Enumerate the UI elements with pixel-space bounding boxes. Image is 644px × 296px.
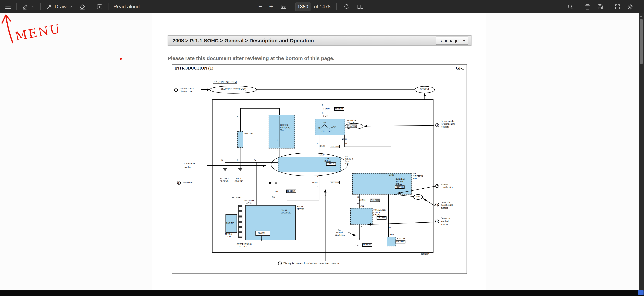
draw-label: Draw <box>54 4 66 10</box>
search-button[interactable] <box>564 0 576 13</box>
diagram-label: LEVER <box>246 202 252 204</box>
chevron-down-icon <box>68 5 73 9</box>
diagram-label: Ground <box>336 231 342 234</box>
callout-number-badge: 7 <box>435 184 439 188</box>
diagram-label: R <box>322 112 323 114</box>
diagram-label: W <box>389 227 391 229</box>
diagram-label: BATTERY <box>244 132 254 135</box>
diagram-label: B <box>237 116 238 118</box>
photo-ref-tag: PHOTO03 <box>395 185 404 189</box>
rotate-button[interactable] <box>340 0 352 13</box>
add-text-button[interactable] <box>93 0 106 13</box>
photo-ref-tag: PHOTO01 <box>347 125 357 128</box>
read-aloud-label: Read aloud <box>113 4 140 10</box>
diagram-label: OVERRUNNING <box>236 243 252 245</box>
highlighter-icon <box>22 3 29 10</box>
diagram-label: GROUND <box>220 180 228 182</box>
save-icon <box>597 3 604 10</box>
printer-icon <box>584 3 591 10</box>
diagram-label: CLUTCH <box>239 245 247 248</box>
caret-down-icon: ▼ <box>463 39 466 42</box>
photo-ref-tag: PHOTO04 <box>376 216 386 220</box>
fit-width-icon <box>280 3 287 10</box>
fullscreen-button[interactable] <box>611 0 624 13</box>
diagram-label: FLYWHEEL <box>232 197 243 199</box>
diagram-label: RELAY <box>324 160 331 162</box>
settings-button[interactable] <box>624 0 636 13</box>
diagram-label: locations <box>441 125 450 128</box>
pdf-content-area[interactable]: 2008 > G 1.1 SOHC > General > Descriptio… <box>0 13 638 290</box>
table-of-contents-button[interactable] <box>2 0 14 13</box>
save-button[interactable] <box>594 0 606 13</box>
scrollbar-bottom-marker[interactable] <box>638 290 644 295</box>
zoom-out-button[interactable]: − <box>256 0 265 13</box>
diagram-label: BURGLAR <box>396 178 405 180</box>
search-icon <box>567 3 574 10</box>
diagram-label: START <box>297 206 303 208</box>
callout-number-badge: 5 <box>435 219 439 223</box>
vertical-scrollbar[interactable] <box>638 13 644 296</box>
toolbar-divider <box>16 3 17 10</box>
diagram-label: START <box>324 157 331 160</box>
diagram-label: number <box>441 223 448 225</box>
diagram-label: G <box>346 142 347 144</box>
toolbar-divider <box>578 3 579 10</box>
diagram-label: Connector <box>441 217 451 220</box>
diagram-label: B <box>237 159 238 161</box>
draw-tool-button[interactable]: Draw <box>43 0 76 13</box>
rotate-icon <box>343 3 350 10</box>
diagram-label: 30A <box>280 129 284 131</box>
eraser-icon <box>79 3 86 10</box>
diagram-label: See <box>338 229 341 231</box>
page-count-label: of 1478 <box>314 4 330 10</box>
pdf-toolbar: Draw Read aloud − + <box>0 0 644 13</box>
eraser-button[interactable] <box>76 0 89 13</box>
callout-number-badge: 3 <box>278 261 282 265</box>
diagram-label: System code <box>180 90 192 93</box>
minus-icon: − <box>258 3 262 10</box>
diagram-label: Harness <box>441 183 448 186</box>
toolbar-divider <box>40 3 40 10</box>
diagram-label: START <box>281 209 287 211</box>
diagram-label: 4 M11 <box>342 138 347 140</box>
photo-ref-tag: PHOTO05 <box>362 243 372 247</box>
read-aloud-button[interactable]: Read aloud <box>110 0 142 13</box>
diagram-label: FUSE <box>345 160 350 163</box>
diagram-label: Gr <box>357 196 360 198</box>
diagram-label: E2R0260A <box>421 253 429 255</box>
print-button[interactable] <box>581 0 594 13</box>
scrollbar-thumb[interactable] <box>640 19 643 64</box>
diagram-label: RELAY & <box>345 158 353 160</box>
diagram-label: ST <box>318 127 320 129</box>
diagram-label: Connector <box>441 201 451 203</box>
fit-to-width-button[interactable] <box>277 0 290 13</box>
diagram-label: B/Y <box>272 196 275 198</box>
page-number-input[interactable] <box>295 2 310 11</box>
diagram-label: TRANSAXLE <box>373 209 386 211</box>
scrollbar-up-arrow[interactable] <box>640 15 642 17</box>
diagram-label: Distribution <box>335 234 345 236</box>
diagram-label: 1 EM03 <box>323 108 330 110</box>
toolbar-divider <box>91 3 91 10</box>
diagram-label: E/P <box>413 173 416 175</box>
diagram-label: E-TACM <box>397 238 405 240</box>
diagram-label: B <box>221 159 223 161</box>
diagram-label: LOCK <box>330 126 336 128</box>
diagram-label: JUNCTION <box>413 175 423 177</box>
toolbar-left-group: Draw Read aloud <box>0 0 142 13</box>
photo-ref-tag: PHOTO02 <box>326 162 336 166</box>
diagram-label: 6 M70-1 <box>388 234 395 236</box>
callout-number-badge: 8 <box>435 203 439 206</box>
zoom-in-button[interactable]: + <box>266 0 276 13</box>
highlight-tool-button[interactable] <box>19 0 38 13</box>
diagram-label: symbol <box>184 166 191 168</box>
diagram-label: R <box>277 139 278 141</box>
diagram-label: IGNITION <box>347 119 356 121</box>
diagram-label: R <box>322 104 323 106</box>
diagram-label: GROUND <box>234 180 243 182</box>
diagram-label: SOLENOID <box>281 212 291 214</box>
language-dropdown-button[interactable]: Language ▼ <box>436 37 468 45</box>
toolbar-divider <box>609 3 609 10</box>
diagram-label: GEAR <box>226 236 232 238</box>
page-view-button[interactable] <box>354 0 366 13</box>
